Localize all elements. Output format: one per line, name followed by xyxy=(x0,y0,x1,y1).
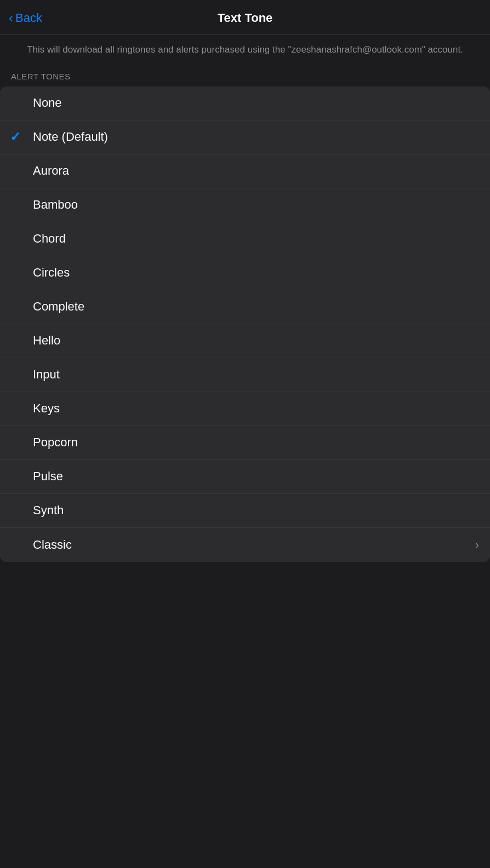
back-chevron-icon: ‹ xyxy=(9,12,13,25)
tone-item-note-default[interactable]: ✓Note (Default) xyxy=(0,120,490,154)
tones-list: None✓Note (Default)AuroraBambooChordCirc… xyxy=(0,87,490,562)
tone-item-none[interactable]: None xyxy=(0,87,490,120)
tone-item-hello[interactable]: Hello xyxy=(0,324,490,358)
tone-label: Popcorn xyxy=(33,435,479,450)
tone-item-chord[interactable]: Chord xyxy=(0,222,490,256)
tone-item-bamboo[interactable]: Bamboo xyxy=(0,188,490,222)
tone-label: Pulse xyxy=(33,469,479,484)
tone-item-popcorn[interactable]: Popcorn xyxy=(0,426,490,460)
checkmark-icon: ✓ xyxy=(10,129,21,145)
tone-item-keys[interactable]: Keys xyxy=(0,392,490,426)
tone-label: Input xyxy=(33,367,479,382)
tone-label: Classic xyxy=(33,538,475,552)
tone-label: Note (Default) xyxy=(33,130,479,144)
tone-item-input[interactable]: Input xyxy=(0,358,490,392)
tone-item-circles[interactable]: Circles xyxy=(0,256,490,290)
header: ‹ Back Text Tone xyxy=(0,0,490,35)
tone-label: Complete xyxy=(33,300,479,314)
tone-item-classic[interactable]: Classic› xyxy=(0,528,490,562)
tone-label: None xyxy=(33,96,479,110)
tone-label: Chord xyxy=(33,232,479,246)
tone-item-pulse[interactable]: Pulse xyxy=(0,460,490,494)
tone-label: Aurora xyxy=(33,164,479,178)
tone-label: Keys xyxy=(33,401,479,416)
page-title: Text Tone xyxy=(218,11,273,25)
section-label: ALERT TONES xyxy=(0,67,490,87)
back-label: Back xyxy=(15,11,42,25)
tone-label: Bamboo xyxy=(33,198,479,212)
tone-item-aurora[interactable]: Aurora xyxy=(0,154,490,188)
tone-label: Synth xyxy=(33,503,479,518)
info-text: This will download all ringtones and ale… xyxy=(0,35,490,67)
tone-item-complete[interactable]: Complete xyxy=(0,290,490,324)
back-button[interactable]: ‹ Back xyxy=(9,11,42,25)
chevron-right-icon: › xyxy=(475,538,479,551)
tone-label: Circles xyxy=(33,266,479,280)
tone-label: Hello xyxy=(33,334,479,348)
tone-item-synth[interactable]: Synth xyxy=(0,494,490,528)
